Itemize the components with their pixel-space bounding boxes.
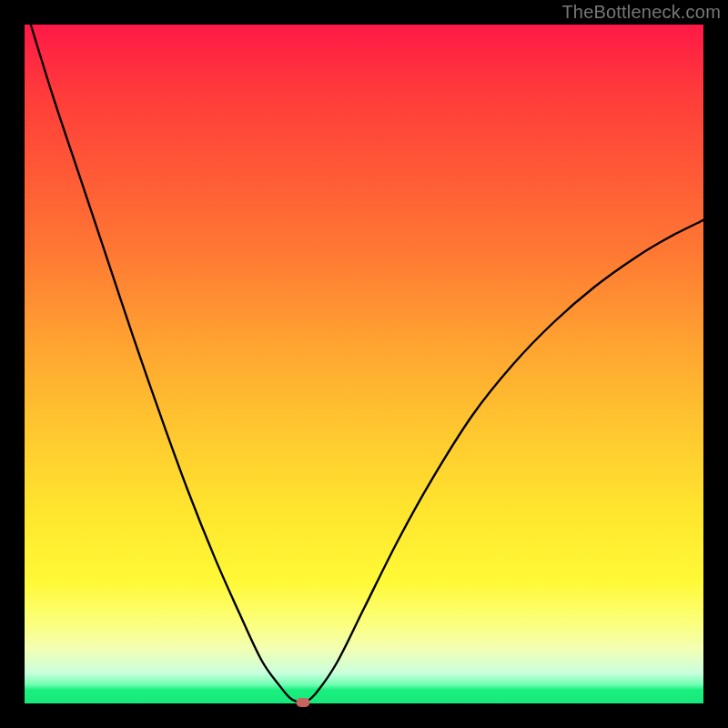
curve-right-branch xyxy=(307,220,703,703)
bottleneck-curve xyxy=(25,25,703,703)
chart-frame: TheBottleneck.com xyxy=(0,0,728,728)
plot-area xyxy=(25,25,703,703)
curve-left-branch xyxy=(25,5,296,702)
watermark-text: TheBottleneck.com xyxy=(561,2,721,23)
optimum-marker xyxy=(296,698,309,707)
